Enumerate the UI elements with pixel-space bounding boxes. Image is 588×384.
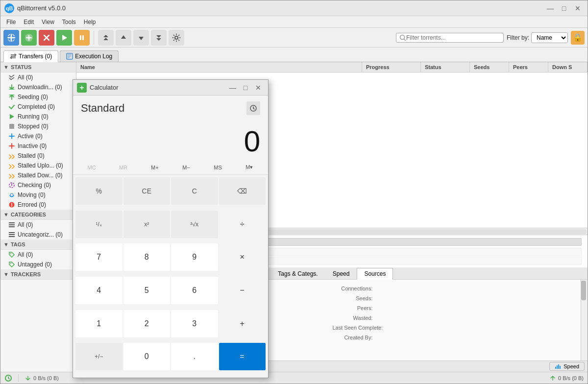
checking-icon: [8, 182, 15, 189]
sidebar-item-stalled-downloads[interactable]: Stalled Dow... (0): [0, 170, 76, 180]
menu-edit[interactable]: Edit: [20, 18, 38, 26]
move-top-button[interactable]: [98, 30, 114, 46]
move-up-button[interactable]: [116, 30, 131, 46]
history-icon: [249, 104, 257, 112]
detail-tab-sources[interactable]: Sources: [357, 268, 393, 280]
calc-btn-backspace[interactable]: ⌫: [219, 177, 266, 205]
detail-tab-tags[interactable]: Tags & Categs.: [270, 268, 325, 279]
col-header-status[interactable]: Status: [421, 62, 470, 72]
sidebar-item-downloading[interactable]: Downloadin... (0): [0, 82, 76, 92]
calc-title-bar: Calculator — □ ✕: [73, 80, 268, 96]
sidebar-item-active[interactable]: Active (0): [0, 131, 76, 141]
calc-history-icon[interactable]: [246, 101, 260, 115]
last-seen-label: Last Seen Complete:: [333, 325, 387, 331]
delete-torrent-button[interactable]: [39, 30, 54, 46]
move-bottom-button[interactable]: [151, 30, 167, 46]
sidebar-item-stalled-uploads[interactable]: Stalled Uplo... (0): [0, 161, 76, 170]
calc-mem-mr[interactable]: MR: [108, 162, 138, 172]
sidebar-item-moving[interactable]: Moving (0): [0, 190, 76, 200]
speed-button[interactable]: Speed: [549, 362, 585, 371]
calc-btn-c[interactable]: C: [171, 177, 218, 205]
sidebar-item-seeding-label: Seeding (0): [18, 94, 48, 100]
detail-row-seeds: Seeds:: [333, 295, 575, 301]
calc-mem-mc[interactable]: MC: [77, 162, 106, 172]
filter-select[interactable]: Name Tracker Status: [531, 32, 568, 43]
calc-maximize-button[interactable]: □: [240, 83, 251, 93]
col-header-name[interactable]: Name: [76, 62, 362, 72]
calc-mode-bar: Standard: [73, 96, 268, 117]
status-section-header[interactable]: ▼ STATUS: [0, 62, 76, 72]
search-input[interactable]: [406, 34, 499, 41]
col-header-seeds[interactable]: Seeds: [470, 62, 509, 72]
calc-btn-8[interactable]: 8: [123, 243, 171, 271]
tags-section-header[interactable]: ▼ TAGS: [0, 240, 76, 250]
sidebar-item-uncategorized[interactable]: Uncategoriz... (0): [0, 230, 76, 240]
sidebar-item-errored[interactable]: Errored (0): [0, 200, 76, 210]
close-button[interactable]: ✕: [572, 3, 584, 13]
add-link-button[interactable]: [3, 30, 19, 46]
col-header-down-speed[interactable]: Down S: [548, 62, 588, 72]
categories-section-header[interactable]: ▼ CATEGORIES: [0, 210, 76, 220]
svg-rect-17: [9, 226, 15, 227]
sidebar-item-tag-all[interactable]: All (0): [0, 250, 76, 260]
col-header-progress[interactable]: Progress: [362, 62, 421, 72]
sidebar-item-stopped[interactable]: Stopped (0): [0, 121, 76, 131]
calc-btn-9[interactable]: 9: [171, 243, 218, 271]
sidebar-item-untagged[interactable]: Untagged (0): [0, 260, 76, 269]
trackers-section-header[interactable]: ▼ TRACKERS: [0, 269, 76, 280]
execution-log-icon: [66, 53, 73, 60]
calc-btn-4[interactable]: 4: [75, 277, 122, 304]
calc-btn-subtract[interactable]: −: [219, 277, 266, 304]
sidebar-item-running[interactable]: Running (0): [0, 112, 76, 121]
settings-button[interactable]: [169, 30, 184, 46]
minimize-button[interactable]: —: [544, 3, 556, 13]
calc-btn-divide[interactable]: ÷: [219, 211, 266, 238]
sidebar-item-seeding[interactable]: Seeding (0): [0, 92, 76, 102]
calc-mem-ms[interactable]: MS: [203, 162, 232, 172]
maximize-button[interactable]: □: [558, 3, 570, 13]
sidebar-item-all[interactable]: All (0): [0, 72, 76, 82]
menu-tools[interactable]: Tools: [58, 18, 80, 26]
calc-btn-6[interactable]: 6: [171, 277, 218, 304]
calc-btn-equals[interactable]: =: [219, 343, 266, 370]
sidebar-item-completed[interactable]: Completed (0): [0, 102, 76, 112]
calc-btn-ce[interactable]: CE: [123, 177, 171, 205]
detail-tab-speed[interactable]: Speed: [325, 268, 357, 279]
menu-file[interactable]: File: [2, 18, 20, 26]
calc-btn-add[interactable]: +: [219, 310, 266, 337]
tab-execution-log[interactable]: Execution Log: [60, 50, 119, 62]
calc-btn-sqrt[interactable]: ²√x: [171, 211, 218, 238]
calc-btn-0[interactable]: 0: [123, 343, 171, 370]
sidebar-item-stalled[interactable]: Stalled (0): [0, 151, 76, 161]
sidebar-item-inactive[interactable]: Inactive (0): [0, 141, 76, 151]
calc-btn-multiply[interactable]: ×: [219, 243, 266, 271]
calc-btn-2[interactable]: 2: [123, 310, 171, 337]
connections-label: Connections:: [333, 286, 377, 291]
calc-btn-percent[interactable]: %: [75, 177, 122, 205]
calc-close-button[interactable]: ✕: [252, 83, 264, 93]
calc-btn-recip[interactable]: ¹/ₓ: [75, 211, 122, 238]
calc-btn-5[interactable]: 5: [123, 277, 171, 304]
detail-scrollbar[interactable]: [581, 280, 588, 360]
menu-view[interactable]: View: [38, 18, 58, 26]
calc-mem-mstore[interactable]: M▾: [235, 162, 264, 172]
add-torrent-button[interactable]: [21, 30, 37, 46]
calc-btn-7[interactable]: 7: [75, 243, 122, 271]
calc-btn-negate[interactable]: +/−: [75, 343, 122, 370]
uncategorized-icon: [8, 231, 15, 238]
calc-mem-mminus[interactable]: M−: [172, 162, 201, 172]
calc-btn-3[interactable]: 3: [171, 310, 218, 337]
tab-transfers[interactable]: Transfers (0): [3, 50, 58, 62]
calc-btn-1[interactable]: 1: [75, 310, 122, 337]
pause-button[interactable]: [74, 30, 90, 46]
calc-btn-square[interactable]: x²: [123, 211, 171, 238]
menu-help[interactable]: Help: [80, 18, 100, 26]
sidebar-item-checking[interactable]: Checking (0): [0, 180, 76, 190]
calc-btn-decimal[interactable]: .: [171, 343, 218, 370]
move-down-button[interactable]: [133, 30, 149, 46]
resume-button[interactable]: [56, 30, 72, 46]
calc-mem-mplus[interactable]: M+: [140, 162, 170, 172]
sidebar-item-cat-all[interactable]: All (0): [0, 220, 76, 230]
col-header-peers[interactable]: Peers: [509, 62, 548, 72]
calc-minimize-button[interactable]: —: [227, 83, 239, 93]
